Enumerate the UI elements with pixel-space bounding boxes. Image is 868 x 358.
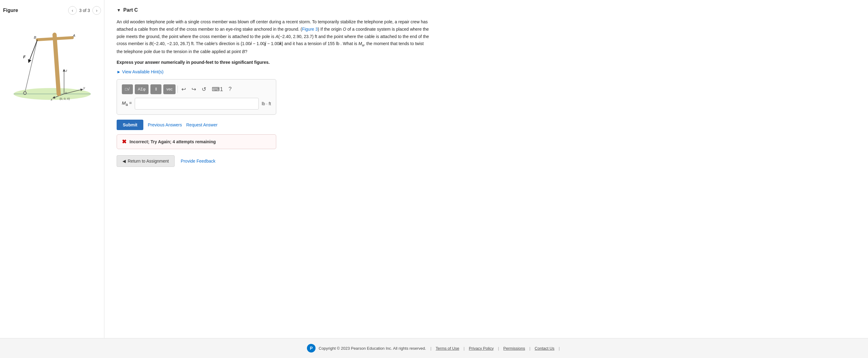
svg-text:A: A bbox=[72, 34, 75, 37]
svg-text:y: y bbox=[83, 86, 85, 90]
figure-title: Figure bbox=[3, 8, 18, 13]
answer-variable: M bbox=[122, 100, 126, 105]
footer-sep2: | bbox=[463, 346, 464, 351]
toolbar-refresh[interactable]: ↺ bbox=[200, 85, 208, 94]
toolbar-vector[interactable]: vec bbox=[163, 84, 176, 94]
answer-subscript: a bbox=[126, 102, 128, 107]
previous-answers-link[interactable]: Previous Answers bbox=[148, 122, 182, 127]
prev-figure-button[interactable]: ‹ bbox=[68, 6, 77, 15]
return-arrow-icon: ◀ bbox=[122, 159, 126, 164]
svg-line-11 bbox=[37, 38, 72, 40]
figure-image-area: z y x O (0, 0, 0) B bbox=[3, 19, 101, 104]
answer-row: Ma = lb · ft bbox=[122, 98, 271, 109]
action-row: ◀ Return to Assignment Provide Feedback bbox=[117, 155, 430, 167]
toolbar-redo[interactable]: ↪ bbox=[190, 85, 198, 94]
answer-input[interactable] bbox=[135, 98, 258, 109]
page-wrapper: Figure ‹ 3 of 3 › z bbox=[0, 0, 868, 358]
toolbar-help[interactable]: ? bbox=[226, 85, 233, 94]
svg-text:F: F bbox=[23, 55, 26, 59]
submit-button[interactable]: Submit bbox=[117, 120, 143, 130]
pearson-logo: P bbox=[307, 344, 315, 353]
feedback-text: Incorrect; Try Again; 4 attempts remaini… bbox=[129, 139, 216, 144]
figure-header: Figure ‹ 3 of 3 › bbox=[3, 6, 101, 15]
figure-link[interactable]: Figure 3 bbox=[302, 27, 318, 32]
toolbar-greek[interactable]: AΣφ bbox=[135, 84, 149, 94]
footer-sep5: | bbox=[559, 346, 560, 351]
feedback-box: ✖ Incorrect; Try Again; 4 attempts remai… bbox=[117, 134, 276, 149]
next-figure-button[interactable]: › bbox=[92, 6, 101, 15]
svg-line-14 bbox=[25, 40, 37, 93]
figure-count: 3 of 3 bbox=[79, 8, 90, 13]
left-panel: Figure ‹ 3 of 3 › z bbox=[0, 0, 104, 338]
toolbar-fraction-sqrt[interactable]: □√ bbox=[122, 84, 133, 94]
question-text: An old wooden telephone pole with a sing… bbox=[117, 19, 430, 56]
part-collapse-arrow[interactable]: ▼ bbox=[117, 8, 121, 12]
footer-sep4: | bbox=[529, 346, 530, 351]
answer-unit: lb · ft bbox=[262, 101, 271, 106]
submit-row: Submit Previous Answers Request Answer bbox=[117, 120, 430, 130]
terms-link[interactable]: Terms of Use bbox=[436, 346, 460, 351]
figure-nav: ‹ 3 of 3 › bbox=[68, 6, 101, 15]
toolbar-matrix[interactable]: ⇕ bbox=[150, 84, 161, 94]
part-label: Part C bbox=[123, 7, 138, 13]
svg-text:z: z bbox=[65, 69, 67, 72]
toolbar-keyboard[interactable]: ⌨1 bbox=[210, 85, 225, 94]
main-content: Figure ‹ 3 of 3 › z bbox=[0, 0, 868, 338]
svg-line-10 bbox=[54, 35, 59, 94]
request-answer-link[interactable]: Request Answer bbox=[186, 122, 218, 127]
toolbar-undo[interactable]: ↩ bbox=[180, 85, 188, 94]
toolbar-separator bbox=[177, 86, 178, 93]
answer-equals: = bbox=[129, 100, 132, 105]
svg-text:B: B bbox=[34, 36, 36, 39]
footer-copyright: Copyright © 2023 Pearson Education Inc. … bbox=[319, 346, 426, 351]
incorrect-icon: ✖ bbox=[122, 138, 126, 145]
return-assignment-button[interactable]: ◀ Return to Assignment bbox=[117, 155, 175, 167]
footer-sep3: | bbox=[498, 346, 499, 351]
footer: P Copyright © 2023 Pearson Education Inc… bbox=[0, 338, 868, 358]
answer-box: □√ AΣφ ⇕ vec ↩ ↪ ↺ ⌨1 ? Ma = bbox=[117, 79, 276, 115]
hint-link[interactable]: ► View Available Hint(s) bbox=[117, 69, 164, 74]
svg-text:(0, 0, 0): (0, 0, 0) bbox=[60, 97, 70, 100]
question-emphasis: Express your answer numerically in pound… bbox=[117, 60, 430, 65]
contact-link[interactable]: Contact Us bbox=[535, 346, 554, 351]
return-label: Return to Assignment bbox=[128, 159, 169, 164]
pole-svg: z y x O (0, 0, 0) B bbox=[6, 19, 98, 104]
permissions-link[interactable]: Permissions bbox=[503, 346, 525, 351]
hint-arrow: ► bbox=[117, 69, 121, 74]
svg-text:O: O bbox=[65, 91, 67, 95]
provide-feedback-link[interactable]: Provide Feedback bbox=[181, 159, 215, 164]
svg-text:x: x bbox=[50, 98, 53, 101]
answer-label: Ma = bbox=[122, 100, 132, 107]
footer-sep1: | bbox=[430, 346, 431, 351]
part-header: ▼ Part C bbox=[117, 7, 430, 13]
right-panel: ▼ Part C An old wooden telephone pole wi… bbox=[104, 0, 442, 338]
privacy-link[interactable]: Privacy Policy bbox=[469, 346, 494, 351]
hint-text: View Available Hint(s) bbox=[122, 69, 164, 74]
math-toolbar: □√ AΣφ ⇕ vec ↩ ↪ ↺ ⌨1 ? bbox=[122, 84, 271, 94]
